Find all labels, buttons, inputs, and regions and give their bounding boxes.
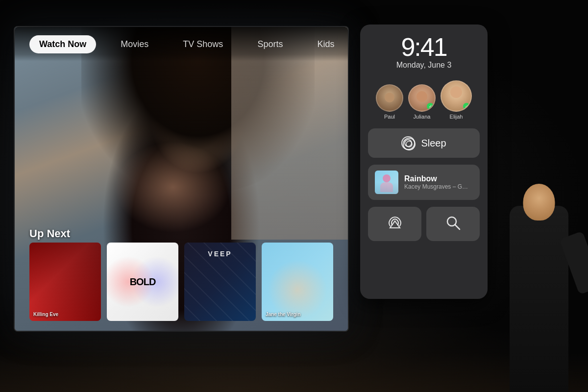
- presenter-torso: [510, 206, 568, 392]
- nav-movies[interactable]: Movies: [111, 35, 158, 53]
- avatar-row: Paul ✓ Juliana ✓ Elijah: [368, 78, 480, 122]
- up-next-label: Up Next: [29, 227, 70, 240]
- avatar-circle-elijah: ✓: [441, 80, 472, 112]
- action-buttons: [368, 207, 480, 241]
- sleep-icon: [401, 136, 415, 150]
- presenter-figure: [480, 147, 588, 392]
- avatar-name-elijah: Elijah: [450, 114, 463, 120]
- music-title: Rainbow: [404, 174, 473, 183]
- nav-tv-shows[interactable]: TV Shows: [173, 35, 233, 53]
- search-icon: [445, 215, 461, 233]
- thumbnails-row: Killing Eve BOLD VEEP Jane the Virgin: [29, 243, 333, 321]
- avatar-circle-juliana: ✓: [408, 84, 436, 112]
- thumb-title-3: VEEP: [184, 250, 256, 258]
- music-artist: Kacey Musgraves – G…: [404, 183, 473, 190]
- nav-kids[interactable]: Kids: [307, 35, 344, 53]
- airplay-button[interactable]: [368, 207, 421, 241]
- clock-date: Monday, June 3: [368, 61, 480, 70]
- music-card[interactable]: Rainbow Kacey Musgraves – G…: [368, 165, 480, 200]
- thumbnail-jane-virgin[interactable]: Jane the Virgin: [262, 243, 333, 321]
- nav-sports[interactable]: Sports: [247, 35, 293, 53]
- search-button[interactable]: [426, 207, 480, 241]
- thumb-title-4: Jane the Virgin: [266, 312, 301, 317]
- thumbnail-bold[interactable]: BOLD: [107, 243, 178, 321]
- avatar-check-juliana: ✓: [427, 103, 434, 110]
- avatar-item-juliana[interactable]: ✓ Juliana: [408, 84, 436, 120]
- avatar-item-paul[interactable]: Paul: [376, 84, 403, 120]
- avatar-check-elijah: ✓: [463, 103, 470, 110]
- face-detail: [115, 142, 231, 233]
- nav-watch-now[interactable]: Watch Now: [29, 35, 96, 53]
- thumb-title-2: BOLD: [130, 276, 156, 288]
- tv-navigation: Watch Now Movies TV Shows Sports Kids Li…: [15, 27, 348, 61]
- thumbnail-veep[interactable]: VEEP: [184, 243, 256, 321]
- presenter-head: [523, 184, 555, 220]
- svg-point-0: [403, 138, 415, 150]
- clock-time: 9:41: [368, 34, 480, 60]
- music-info: Rainbow Kacey Musgraves – G…: [404, 174, 473, 190]
- tv-screen: Watch Now Movies TV Shows Sports Kids Li…: [15, 27, 348, 331]
- svg-point-1: [406, 141, 412, 147]
- presenter-body: [500, 157, 578, 392]
- avatar-name-juliana: Juliana: [414, 114, 431, 120]
- sleep-label: Sleep: [421, 138, 446, 149]
- iphone-siri-panel: 9:41 Monday, June 3 Paul ✓ Juliana ✓ Eli…: [360, 24, 488, 299]
- avatar-item-elijah[interactable]: ✓ Elijah: [441, 80, 472, 120]
- sleep-button[interactable]: Sleep: [368, 128, 480, 158]
- svg-line-4: [455, 225, 460, 229]
- album-art: [375, 171, 398, 194]
- avatar-name-paul: Paul: [384, 114, 395, 120]
- thumbnail-killing-eve[interactable]: Killing Eve: [29, 243, 101, 321]
- avatar-circle-paul: [376, 84, 403, 112]
- time-display: 9:41 Monday, June 3: [368, 34, 480, 70]
- tv-content: Watch Now Movies TV Shows Sports Kids Li…: [15, 27, 348, 331]
- airplay-icon: [387, 216, 403, 232]
- thumb-title-1: Killing Eve: [33, 312, 58, 317]
